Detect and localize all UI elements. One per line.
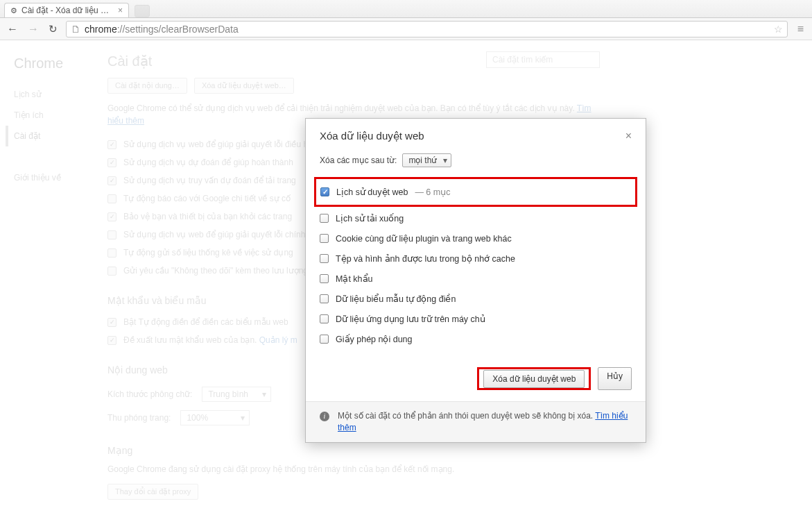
highlight-history-option: Lịch sử duyệt web— 6 mục: [314, 177, 637, 207]
cancel-button[interactable]: Hủy: [598, 367, 632, 390]
option-detail: — 6 mục: [415, 187, 450, 197]
option-label: Lịch sử duyệt web: [336, 187, 408, 197]
clear-data-option[interactable]: Lịch sử duyệt web— 6 mục: [320, 182, 631, 202]
bookmark-star-icon[interactable]: ☆: [774, 24, 783, 35]
dialog-footer-text: Một số cài đặt có thể phản ánh thói quen…: [338, 410, 632, 434]
option-label: Dữ liệu biểu mẫu tự động điền: [336, 294, 456, 304]
clear-data-option[interactable]: Dữ liệu biểu mẫu tự động điền: [320, 289, 632, 309]
time-range-label: Xóa các mục sau từ:: [320, 155, 397, 165]
url-path: ://settings/clearBrowserData: [117, 24, 239, 35]
option-label: Tệp và hình ảnh được lưu trong bộ nhớ ca…: [336, 253, 515, 264]
new-tab-button[interactable]: [135, 5, 150, 17]
clear-data-option[interactable]: Lịch sử tải xuống: [320, 208, 632, 228]
clear-data-option[interactable]: Tệp và hình ảnh được lưu trong bộ nhớ ca…: [320, 248, 632, 269]
checkbox-icon[interactable]: [320, 234, 329, 243]
gear-icon: ⚙: [10, 6, 17, 15]
tab-title: Cài đặt - Xóa dữ liệu duyệt w: [21, 6, 111, 15]
clear-browsing-data-dialog: Xóa dữ liệu duyệt web × Xóa các mục sau …: [305, 118, 646, 443]
option-label: Lịch sử tải xuống: [336, 213, 404, 224]
dialog-title: Xóa dữ liệu duyệt web: [320, 130, 424, 142]
browser-toolbar: ← → ↻ 🗋 chrome://settings/clearBrowserDa…: [0, 18, 812, 40]
info-icon: i: [320, 412, 329, 421]
option-label: Giấy phép nội dung: [336, 334, 413, 344]
checkbox-icon[interactable]: [320, 187, 329, 196]
tab-strip: ⚙ Cài đặt - Xóa dữ liệu duyệt w ×: [0, 0, 812, 18]
option-label: Cookie cùng dữ liệu plugin và trang web …: [336, 233, 512, 244]
reload-button[interactable]: ↻: [47, 23, 59, 35]
close-tab-icon[interactable]: ×: [118, 6, 123, 15]
clear-data-button[interactable]: Xóa dữ liệu duyệt web: [483, 370, 585, 388]
back-button[interactable]: ←: [6, 23, 19, 35]
browser-tab[interactable]: ⚙ Cài đặt - Xóa dữ liệu duyệt w ×: [4, 3, 129, 17]
checkbox-icon[interactable]: [320, 314, 329, 323]
option-label: Mật khẩu: [336, 273, 373, 284]
forward-button[interactable]: →: [26, 23, 40, 35]
clear-data-option[interactable]: Dữ liệu ứng dụng lưu trữ trên máy chủ: [320, 309, 632, 329]
address-bar[interactable]: 🗋 chrome://settings/clearBrowserData ☆: [66, 21, 788, 37]
chrome-menu-button[interactable]: ≡: [795, 23, 806, 35]
clear-data-option[interactable]: Mật khẩu: [320, 269, 632, 289]
clear-data-option[interactable]: Giấy phép nội dung: [320, 329, 632, 349]
checkbox-icon[interactable]: [320, 274, 329, 283]
dialog-close-button[interactable]: ×: [625, 130, 632, 142]
clear-data-option[interactable]: Cookie cùng dữ liệu plugin và trang web …: [320, 228, 632, 248]
checkbox-icon[interactable]: [320, 214, 329, 223]
time-range-select[interactable]: mọi thứ: [402, 153, 451, 167]
checkbox-icon[interactable]: [320, 254, 329, 263]
highlight-clear-button: Xóa dữ liệu duyệt web: [477, 367, 591, 390]
url-scheme: chrome: [85, 24, 117, 35]
checkbox-icon[interactable]: [320, 294, 329, 303]
page-icon: 🗋: [71, 24, 80, 35]
option-label: Dữ liệu ứng dụng lưu trữ trên máy chủ: [336, 314, 485, 324]
checkbox-icon[interactable]: [320, 335, 329, 344]
